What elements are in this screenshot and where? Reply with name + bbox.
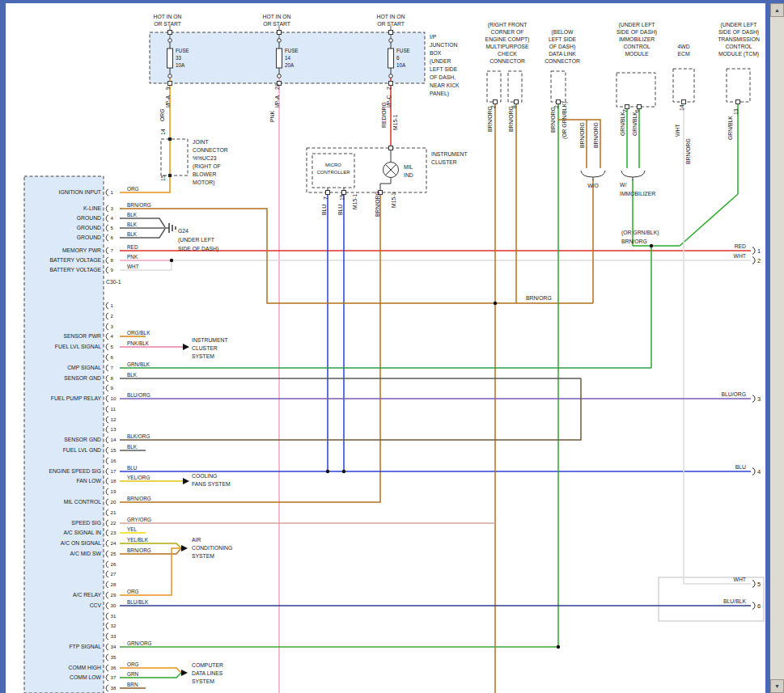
wire-color-label: BRN xyxy=(127,682,138,687)
wire-color-label: BRN/ORG xyxy=(127,202,151,208)
pin-number: 1 xyxy=(111,189,114,195)
wire-color-label: BLU/BLK xyxy=(127,599,149,605)
label: W/ xyxy=(620,182,626,188)
label: (RIGHT FRONT xyxy=(488,22,528,28)
fuse-label: 14 xyxy=(285,55,291,61)
label: OF DASH, xyxy=(430,74,456,80)
pin-square xyxy=(625,105,629,109)
scroll-down-button[interactable]: ▼ xyxy=(770,679,784,693)
wire-color-label: GRN/BLK xyxy=(127,361,150,367)
pin-signal: A/C MID SW xyxy=(70,551,101,556)
label: BLU xyxy=(321,205,327,215)
pin-bracket xyxy=(106,354,108,361)
pin-signal: FAN LOW xyxy=(76,478,101,484)
wire-end-color: BLU/ORG xyxy=(721,391,746,397)
label: COOLING xyxy=(192,473,217,479)
fuse-label: FUSE xyxy=(285,48,299,53)
label: G24 xyxy=(178,228,189,234)
label: GRN/BLK xyxy=(727,116,733,140)
label: BLU xyxy=(337,205,343,215)
dashed-box xyxy=(617,73,655,107)
wire-color-label: ORG xyxy=(127,661,139,667)
pin-number: 14 xyxy=(111,437,117,442)
label: OR START xyxy=(263,21,290,27)
label: INSTRUMENT xyxy=(192,337,228,343)
pin-square xyxy=(515,100,519,104)
pin-signal: IGNITION INPUT xyxy=(59,189,102,195)
wire-end xyxy=(752,468,755,475)
pin-signal: K-LINE xyxy=(83,205,101,211)
pin-bracket xyxy=(106,499,108,505)
label: MODULE (TCM) xyxy=(718,51,759,57)
junction-dot xyxy=(494,302,497,305)
label: CLUSTER xyxy=(431,159,457,165)
label: M15-1 xyxy=(392,115,398,130)
pin-signal: A/C RELAY xyxy=(73,592,101,598)
label: BLOWER xyxy=(193,171,217,177)
junction-dot xyxy=(342,470,345,473)
label: CONTROLLER xyxy=(316,170,350,175)
pin-number: 32 xyxy=(111,623,117,628)
pin-bracket xyxy=(106,395,108,402)
label: CONTROL xyxy=(623,44,650,49)
label: MODULE xyxy=(625,51,649,57)
pin-number: 13 xyxy=(111,426,117,432)
pin-number: 19 xyxy=(111,488,117,494)
wire-color-label: BLK/ORG xyxy=(127,433,150,439)
pin-number: 5 xyxy=(111,344,114,349)
pin-bracket xyxy=(106,530,108,536)
label: 20 xyxy=(274,83,280,90)
wire-color-label: RED xyxy=(127,244,138,250)
label: MULTIPURPOSE xyxy=(485,44,529,49)
label: BRN/ORG xyxy=(526,295,552,301)
pin-bracket xyxy=(106,247,108,254)
dashed-box xyxy=(508,71,522,102)
pin-square xyxy=(682,100,686,104)
pin-bracket xyxy=(106,685,108,691)
joint-terminal xyxy=(168,174,172,177)
label: ENGINE COMPT) xyxy=(485,36,530,43)
pin-square xyxy=(494,100,498,104)
scroll-up-button[interactable]: ▲ xyxy=(770,3,784,17)
label: BRN/ORG xyxy=(487,106,493,132)
fuse-body-icon xyxy=(388,49,394,68)
pin-number: 8 xyxy=(111,375,114,381)
pin-number: 2 xyxy=(111,313,114,319)
pin-number: 34 xyxy=(111,644,117,649)
pin-bracket xyxy=(106,225,108,231)
pin-number: 33 xyxy=(111,633,117,639)
pin-bracket xyxy=(106,540,108,547)
pin-square xyxy=(389,146,393,150)
dashed-box xyxy=(487,71,501,102)
pin-signal: CMP SIGNAL xyxy=(67,365,101,370)
label: IND xyxy=(404,172,413,178)
scrollbar-track[interactable] xyxy=(770,17,784,679)
pin-bracket xyxy=(106,602,108,609)
wire-color-label: BLK xyxy=(127,231,138,237)
label: CONNECTOR xyxy=(545,58,580,64)
pin-signal: FUEL LVL GND xyxy=(63,447,101,453)
wire-end-number: 1 xyxy=(757,247,761,255)
wire xyxy=(120,209,593,303)
pin-signal: A/C SIGNAL IN xyxy=(63,530,101,535)
vertical-scrollbar[interactable]: ▲ ▼ xyxy=(770,3,784,693)
fuse-label: FUSE xyxy=(176,48,189,53)
label: RED/ORG xyxy=(381,102,387,128)
label: MIL xyxy=(404,164,413,170)
wire-end-number: 3 xyxy=(757,395,761,403)
label: (UNDER LEFT xyxy=(721,22,757,28)
pin-bracket xyxy=(106,468,108,475)
pin-signal: GROUND xyxy=(77,235,101,240)
wire-color-label: BLU/ORG xyxy=(127,392,150,398)
pin-bracket xyxy=(106,267,108,273)
pin-square xyxy=(557,100,561,104)
label: BRN/ORG xyxy=(621,239,647,244)
system-arrow-icon xyxy=(183,478,189,484)
pin-bracket xyxy=(106,205,108,212)
brace xyxy=(621,171,645,177)
wire-color-label: BLU xyxy=(127,465,138,471)
wire-color-label: ORG xyxy=(127,589,139,594)
dashed-box xyxy=(727,69,750,102)
label: GRN/BLK xyxy=(620,112,625,136)
pin-bracket xyxy=(106,581,108,588)
